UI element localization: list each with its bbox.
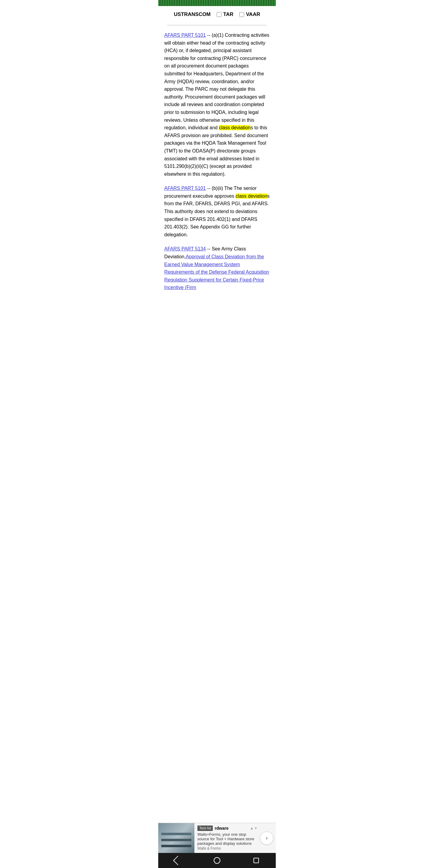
afars-part-5134-link[interactable]: AFARS PART 5134 — [164, 246, 206, 251]
main-content: AFARS PART 5101 -- (a)(1) Contracting ac… — [158, 31, 276, 346]
vaar-checkbox[interactable] — [239, 12, 244, 17]
tar-checkbox-label[interactable]: TAR — [217, 11, 234, 18]
afars-block-1-body-before: -- (a)(1) Contracting activities will ob… — [164, 33, 270, 130]
tar-checkbox[interactable] — [217, 12, 221, 17]
afars-block-3-text: AFARS PART 5134 -- See Army Class Deviat… — [164, 245, 270, 291]
vaar-label: VAAR — [246, 11, 260, 18]
ustranscom-label: USTRANSCOM — [174, 11, 211, 18]
afars-block-1: AFARS PART 5101 -- (a)(1) Contracting ac… — [164, 31, 270, 178]
section-divider — [167, 25, 267, 25]
afars-block-2: AFARS PART 5101 -- (b)(ii) The The senio… — [164, 184, 270, 239]
afars-block-2-text: AFARS PART 5101 -- (b)(ii) The The senio… — [164, 184, 270, 239]
afars-block-3: AFARS PART 5134 -- See Army Class Deviat… — [164, 245, 270, 291]
header-checkboxes-row: USTRANSCOM TAR VAAR — [158, 6, 276, 21]
afars-block-2-body-after: s from the FAR, DFARS, DFARS PGI, and AF… — [164, 193, 270, 237]
vaar-checkbox-label[interactable]: VAAR — [239, 11, 260, 18]
tar-label: TAR — [223, 11, 234, 18]
class-deviation-approval-link[interactable]: Approval of Class Deviation from the Ear… — [164, 254, 269, 290]
afars-part-5101-link-2[interactable]: AFARS PART 5101 — [164, 186, 206, 191]
afars-block-1-text: AFARS PART 5101 -- (a)(1) Contracting ac… — [164, 31, 270, 178]
class-deviation-highlight-2: class deviation — [236, 193, 267, 198]
bottom-spacer — [164, 298, 270, 346]
afars-part-5101-link-1[interactable]: AFARS PART 5101 — [164, 33, 206, 38]
afars-block-1-body-after: s to this AFARS provision are prohibited… — [164, 125, 268, 177]
ruler-bar — [158, 0, 276, 6]
class-deviation-highlight-1: class deviation — [219, 125, 250, 130]
